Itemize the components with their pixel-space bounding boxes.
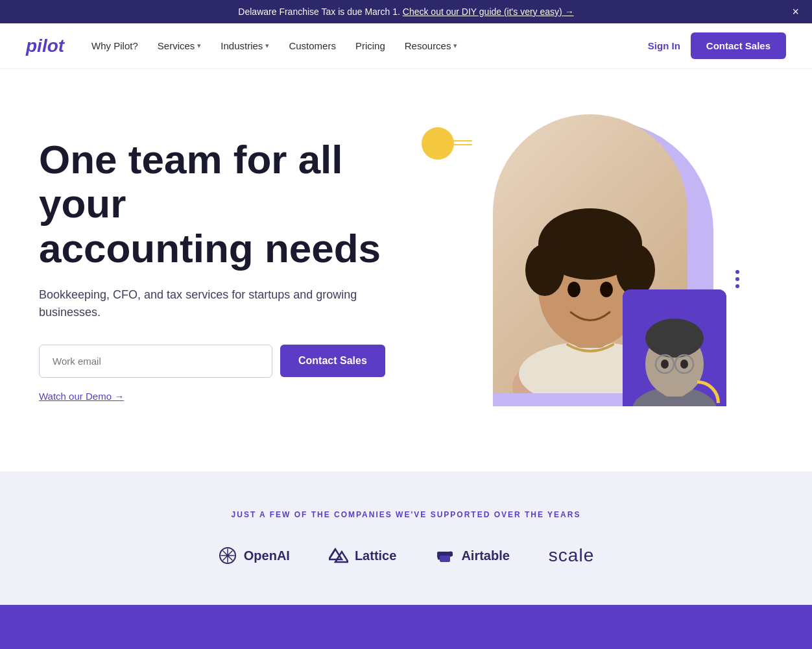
hero-illustration	[428, 108, 726, 432]
svg-line-23	[329, 549, 335, 559]
svg-point-18	[661, 360, 669, 369]
hero-heading: One team for all your accounting needs	[39, 138, 402, 271]
contact-sales-nav-button[interactable]: Contact Sales	[691, 32, 786, 59]
nav-services[interactable]: Services ▾	[150, 35, 209, 56]
nav-customers[interactable]: Customers	[281, 35, 344, 56]
yellow-circle-decoration	[422, 127, 454, 160]
close-button[interactable]: ×	[792, 6, 799, 18]
lattice-logo: Lattice	[329, 546, 396, 565]
airtable-logo: Airtable	[435, 546, 509, 565]
scale-name: scale	[549, 545, 594, 566]
email-input[interactable]	[39, 345, 272, 378]
openai-logo: OpenAI	[218, 546, 290, 565]
airtable-name: Airtable	[461, 548, 509, 563]
sign-in-link[interactable]: Sign In	[648, 40, 680, 51]
navbar: pilot Why Pilot? Services ▾ Industries ▾…	[0, 23, 812, 69]
scale-logo: scale	[549, 545, 594, 566]
watch-demo-link[interactable]: Watch our Demo →	[39, 391, 124, 402]
chevron-down-icon: ▾	[197, 42, 201, 50]
svg-point-6	[616, 244, 655, 296]
svg-point-14	[645, 319, 704, 358]
openai-name: OpenAI	[244, 548, 290, 563]
openai-icon	[219, 546, 237, 565]
svg-point-5	[525, 244, 564, 296]
chevron-down-icon: ▾	[265, 42, 269, 50]
hero-form: Contact Sales	[39, 345, 402, 378]
chevron-down-icon: ▾	[453, 42, 457, 50]
nav-links: Why Pilot? Services ▾ Industries ▾ Custo…	[84, 35, 648, 56]
nav-industries[interactable]: Industries ▾	[213, 35, 277, 56]
announcement-bar: Delaware Franchise Tax is due March 1. C…	[0, 0, 812, 23]
nav-resources[interactable]: Resources ▾	[397, 35, 466, 56]
nav-actions: Sign In Contact Sales	[648, 32, 786, 59]
svg-point-7	[567, 282, 580, 297]
svg-rect-25	[440, 556, 450, 562]
lattice-icon	[329, 546, 348, 565]
svg-point-8	[600, 282, 613, 297]
company-logos: OpenAI Lattice Airtable	[26, 545, 786, 566]
yellow-lines-decoration	[453, 140, 472, 145]
hero-section: One team for all your accounting needs B…	[0, 69, 812, 471]
hero-subtext: Bookkeeping, CFO, and tax services for s…	[39, 286, 402, 321]
companies-label: JUST A FEW OF THE COMPANIES WE'VE SUPPOR…	[26, 510, 786, 519]
logo[interactable]: pilot	[26, 36, 64, 56]
svg-point-19	[680, 360, 688, 369]
announcement-text: Delaware Franchise Tax is due March 1.	[238, 6, 400, 17]
footer-bar	[0, 605, 812, 649]
nav-pricing[interactable]: Pricing	[348, 35, 393, 56]
announcement-link[interactable]: Check out our DIY guide (it's very easy)…	[403, 6, 574, 17]
svg-rect-26	[437, 552, 453, 556]
dots-decoration	[735, 270, 739, 288]
lattice-name: Lattice	[355, 548, 396, 563]
companies-section: JUST A FEW OF THE COMPANIES WE'VE SUPPOR…	[0, 471, 812, 605]
hero-content: One team for all your accounting needs B…	[39, 138, 402, 402]
nav-why-pilot[interactable]: Why Pilot?	[84, 35, 146, 56]
airtable-icon	[436, 546, 454, 565]
contact-sales-button[interactable]: Contact Sales	[280, 345, 385, 377]
